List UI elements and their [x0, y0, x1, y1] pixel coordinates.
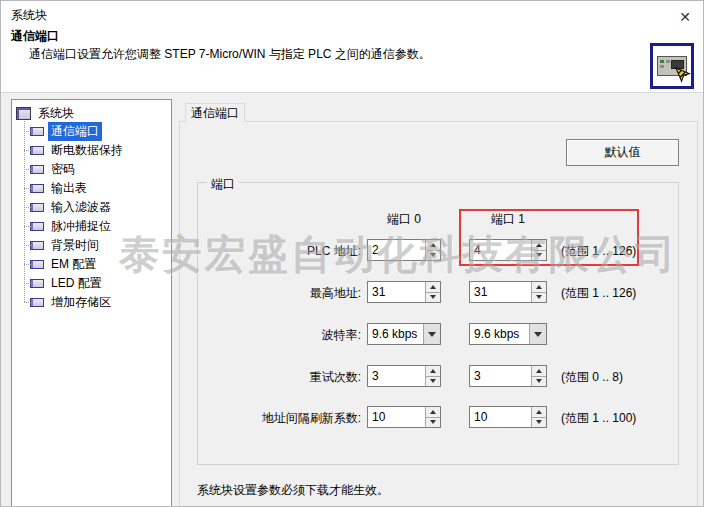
tree-item-password[interactable]: 密码 — [12, 160, 171, 179]
gap-refresh-range-label: (范围 1 .. 100) — [561, 410, 636, 427]
tree-item-output-table[interactable]: 输出表 — [12, 179, 171, 198]
system-block-tree: 系统块 通信端口 断电数据保持 密码 输出表 输入滤波器 — [11, 99, 172, 507]
spin-up-button[interactable] — [426, 407, 440, 417]
tree-item-list: 通信端口 断电数据保持 密码 输出表 输入滤波器 脉冲捕捉位 — [12, 122, 171, 312]
tree-item-label: 脉冲捕捉位 — [48, 217, 114, 236]
spinner-buttons — [425, 282, 440, 302]
chevron-down-icon[interactable] — [423, 324, 440, 344]
tree-root-label: 系统块 — [35, 104, 77, 123]
spin-down-button[interactable] — [532, 376, 546, 387]
dialog-title: 系统块 — [11, 7, 47, 24]
tree-item-label: LED 配置 — [48, 274, 105, 293]
spinner-buttons — [425, 407, 440, 427]
gap-refresh-port1-spinbox[interactable]: 10 — [469, 406, 547, 428]
page-title: 通信端口 — [11, 28, 59, 45]
tree-item-label: EM 配置 — [48, 255, 99, 274]
port1-column-header: 端口 1 — [469, 211, 547, 228]
spinner-buttons — [531, 407, 546, 427]
download-note: 系统块设置参数必须下载才能生效。 — [197, 482, 389, 499]
spinner-buttons — [531, 282, 546, 302]
spinbox-value[interactable]: 31 — [470, 282, 531, 302]
spin-down-button[interactable] — [426, 292, 440, 303]
highest-address-label: 最高地址: — [199, 285, 361, 302]
baud-rate-label: 波特率: — [199, 327, 361, 344]
tree-item-label: 断电数据保持 — [48, 141, 126, 160]
module-icon — [30, 146, 44, 155]
module-icon — [30, 165, 44, 174]
module-icon — [30, 203, 44, 212]
tree-item-label: 输出表 — [48, 179, 90, 198]
baud-rate-port1-select[interactable]: 9.6 kbps — [469, 323, 547, 345]
port0-column-header: 端口 0 — [367, 211, 441, 228]
spinner-buttons — [531, 366, 546, 386]
default-value-button[interactable]: 默认值 — [566, 139, 679, 166]
spinbox-value[interactable]: 2 — [368, 240, 425, 260]
spin-up-button[interactable] — [532, 407, 546, 417]
spinbox-value[interactable]: 31 — [368, 282, 425, 302]
retry-count-range-label: (范围 0 .. 8) — [561, 369, 623, 386]
module-icon — [30, 184, 44, 193]
plc-device-icon — [657, 56, 687, 76]
spin-down-button[interactable] — [532, 292, 546, 303]
page-description: 通信端口设置允许您调整 STEP 7-Micro/WIN 与指定 PLC 之间的… — [29, 46, 431, 63]
highest-address-port1-spinbox[interactable]: 31 — [469, 281, 547, 303]
tree-root-system-block[interactable]: 系统块 — [16, 105, 77, 121]
spinbox-value[interactable]: 10 — [470, 407, 531, 427]
spin-down-button[interactable] — [426, 376, 440, 387]
port-group-label: 端口 — [207, 176, 239, 193]
highest-address-port0-spinbox[interactable]: 31 — [367, 281, 441, 303]
tree-item-led-config[interactable]: LED 配置 — [12, 274, 171, 293]
tree-item-em-config[interactable]: EM 配置 — [12, 255, 171, 274]
tree-item-retentive-data[interactable]: 断电数据保持 — [12, 141, 171, 160]
spin-up-button[interactable] — [426, 366, 440, 376]
retry-count-port0-spinbox[interactable]: 3 — [367, 365, 441, 387]
tree-item-label: 密码 — [48, 160, 78, 179]
system-block-icon — [16, 107, 31, 120]
spin-down-button[interactable] — [426, 417, 440, 428]
spin-up-button[interactable] — [532, 282, 546, 292]
spin-up-button[interactable] — [532, 366, 546, 376]
dialog-header: 系统块 ✕ 通信端口 通信端口设置允许您调整 STEP 7-Micro/WIN … — [1, 1, 703, 93]
spinbox-value[interactable]: 10 — [368, 407, 425, 427]
spinner-buttons — [531, 240, 546, 260]
retry-count-port1-spinbox[interactable]: 3 — [469, 365, 547, 387]
plc-address-label: PLC 地址: — [199, 243, 361, 260]
spin-up-button[interactable] — [426, 240, 440, 250]
retry-count-label: 重试次数: — [199, 369, 361, 386]
cursor-arrow-icon — [675, 67, 692, 84]
gap-refresh-port0-spinbox[interactable]: 10 — [367, 406, 441, 428]
plc-address-range-label: (范围 1 .. 126) — [561, 243, 636, 260]
tree-item-label: 输入滤波器 — [48, 198, 114, 217]
module-icon — [30, 260, 44, 269]
module-icon — [30, 222, 44, 231]
chevron-down-icon[interactable] — [529, 324, 546, 344]
baud-rate-port0-select[interactable]: 9.6 kbps — [367, 323, 441, 345]
spin-up-button[interactable] — [426, 282, 440, 292]
spinbox-value[interactable]: 3 — [470, 366, 531, 386]
tree-item-background-time[interactable]: 背景时间 — [12, 236, 171, 255]
tab-comm-port[interactable]: 通信端口 — [185, 103, 245, 122]
module-icon — [30, 298, 44, 307]
select-value[interactable]: 9.6 kbps — [470, 324, 529, 344]
plc-config-icon — [650, 43, 694, 89]
tree-item-label: 增加存储区 — [48, 293, 114, 312]
spin-down-button[interactable] — [532, 250, 546, 261]
plc-address-port1-spinbox[interactable]: 4 — [469, 239, 547, 261]
spin-down-button[interactable] — [426, 250, 440, 261]
tree-item-increase-memory[interactable]: 增加存储区 — [12, 293, 171, 312]
plc-led-icon — [660, 60, 664, 63]
tree-item-label: 通信端口 — [48, 122, 102, 141]
module-icon — [30, 279, 44, 288]
gap-refresh-label: 地址间隔刷新系数: — [199, 410, 361, 427]
spin-up-button[interactable] — [532, 240, 546, 250]
tree-item-input-filter[interactable]: 输入滤波器 — [12, 198, 171, 217]
module-icon — [30, 241, 44, 250]
tree-item-comm-port[interactable]: 通信端口 — [12, 122, 171, 141]
select-value[interactable]: 9.6 kbps — [368, 324, 423, 344]
spin-down-button[interactable] — [532, 417, 546, 428]
close-icon[interactable]: ✕ — [675, 7, 695, 27]
spinbox-value[interactable]: 4 — [470, 240, 531, 260]
spinbox-value[interactable]: 3 — [368, 366, 425, 386]
tree-item-pulse-catch[interactable]: 脉冲捕捉位 — [12, 217, 171, 236]
plc-address-port0-spinbox[interactable]: 2 — [367, 239, 441, 261]
